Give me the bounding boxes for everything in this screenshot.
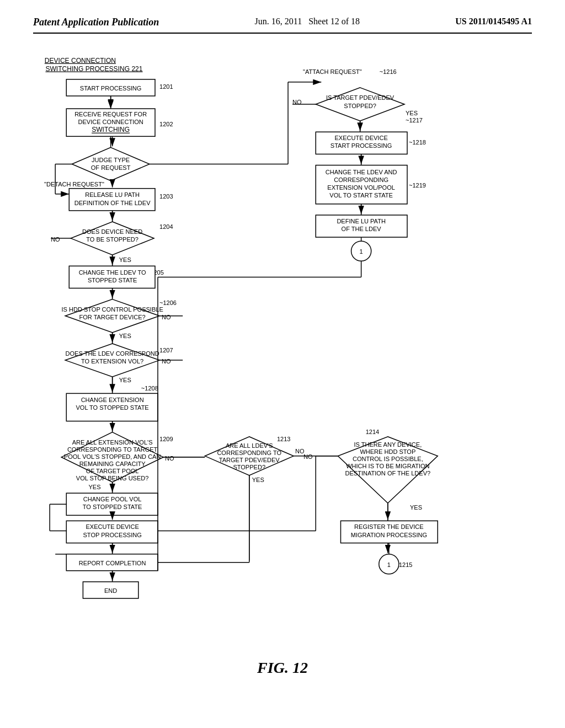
any-device-line1: IS THERE ANY DEVICE, bbox=[354, 441, 422, 448]
yes-label-allldev: YES bbox=[252, 477, 264, 483]
ref-1206: ~1206 bbox=[159, 299, 177, 306]
ldev-ext-line1: DOES THE LDEV CORRESPOND bbox=[66, 350, 159, 357]
ref-1217: ~1217 bbox=[406, 117, 423, 124]
change-pool-line1: CHANGE POOL VOL bbox=[83, 496, 142, 502]
change-ldev-ext-line3: EXTENSION VOL/POOL bbox=[327, 184, 395, 191]
change-ldev-ext-line2: CORRESPONDING bbox=[334, 176, 388, 183]
ref-1214: 1214 bbox=[366, 429, 380, 435]
target-pdev-line2: STOPPED? bbox=[344, 103, 376, 109]
ref-1215: 1215 bbox=[399, 561, 413, 568]
date-sheet: Jun. 16, 2011 Sheet 12 of 18 bbox=[255, 17, 360, 26]
yes-label-target: YES bbox=[406, 110, 418, 116]
ldev-ext-line2: TO EXTENSION VOL? bbox=[81, 358, 143, 365]
does-device-line2: TO BE STOPPED? bbox=[86, 236, 138, 243]
connector-1-label: 1 bbox=[360, 248, 363, 255]
report-completion-label: REPORT COMPLETION bbox=[79, 560, 146, 566]
connector-1b-label: 1 bbox=[387, 561, 391, 568]
all-ldev-line2: CORRESPONDING TO bbox=[217, 449, 281, 456]
yes-label-ldev: YES bbox=[119, 377, 131, 383]
ref-1204: 1204 bbox=[159, 223, 173, 230]
ref-1208: ~1208 bbox=[141, 385, 158, 392]
end-label: END bbox=[104, 587, 117, 594]
detach-request-label: "DETACH REQUEST" bbox=[44, 181, 104, 188]
ref-1209: 1209 bbox=[159, 436, 173, 442]
patent-number: US 2011/0145495 A1 bbox=[455, 17, 532, 26]
hdd-stop-line1: IS HDD STOP CONTROL POSSIBLE bbox=[61, 306, 163, 313]
all-ldev-line4: STOPPED? bbox=[233, 464, 265, 470]
define-lu-line2: OF THE LDEV bbox=[342, 226, 382, 232]
any-device-line4: WHICH IS TO BE MIGRATION bbox=[346, 463, 429, 469]
judge-type-line2: OF REQUEST bbox=[91, 164, 131, 171]
exec-device-start-line1: EXECUTE DEVICE bbox=[335, 135, 388, 141]
ref-1202: 1202 bbox=[159, 121, 173, 127]
change-ldev-line1: CHANGE THE LDEV TO bbox=[79, 269, 146, 276]
date: Jun. 16, 2011 bbox=[255, 17, 302, 26]
diagram-title: DEVICE CONNECTION bbox=[45, 57, 116, 65]
receive-request-line1: RECEIVE REQUEST FOR bbox=[74, 111, 147, 117]
change-ext-line1: CHANGE EXTENSION bbox=[81, 397, 144, 403]
ref-1216: ~1216 bbox=[380, 68, 397, 75]
all-ldev-line3: TARGET PDEV/EDEV bbox=[219, 457, 280, 463]
all-ext-line6: VOL STOP BEING USED? bbox=[76, 475, 149, 481]
target-pdev-line1: IS TARGET PDEV/EDEV bbox=[326, 94, 395, 101]
no-label-hdd: NO bbox=[162, 314, 171, 320]
all-ext-line2: CORRESPONDING TO TARGET bbox=[67, 446, 158, 453]
exec-device-stop-line1: EXECUTE DEVICE bbox=[86, 523, 139, 530]
all-ldev-line1: ARE ALL LDEV'S bbox=[226, 442, 273, 449]
change-ldev-ext-line1: CHANGE THE LDEV AND bbox=[326, 169, 397, 175]
ref-1218: ~1218 bbox=[409, 139, 426, 146]
no-label-1: NO bbox=[51, 236, 60, 243]
figure-label: FIG. 12 bbox=[33, 659, 532, 677]
yes-label-1: YES bbox=[119, 256, 131, 263]
define-lu-line1: DEFINE LU PATH bbox=[337, 218, 385, 224]
hdd-stop-line2: FOR TARGET DEVICE? bbox=[79, 314, 146, 320]
yes-label-hdd: YES bbox=[119, 333, 131, 339]
sheet: Sheet 12 of 18 bbox=[308, 17, 360, 26]
release-lu-line1: RELEASE LU PATH bbox=[85, 191, 140, 198]
does-device-line1: DOES DEVICE NEED bbox=[82, 228, 142, 235]
receive-request-line2: DEVICE CONNECTION bbox=[78, 119, 143, 125]
receive-request-line3: SWITCHING bbox=[92, 126, 130, 133]
ref-1213: 1213 bbox=[277, 436, 291, 442]
start-label: START PROCESSING bbox=[80, 85, 142, 92]
any-device-line3: CONTROL IS POSSIBLE, bbox=[353, 456, 423, 462]
any-device-line2: WHERE HDD STOP bbox=[360, 448, 415, 455]
page: Patent Application Publication Jun. 16, … bbox=[0, 0, 565, 728]
ref-1203: 1203 bbox=[159, 193, 173, 200]
diagram-subtitle: SWITCHING PROCESSING 221 bbox=[45, 65, 142, 73]
register-migration-line2: MIGRATION PROCESSING bbox=[351, 532, 427, 538]
flowchart-svg: text { font-family: Arial, sans-serif; f… bbox=[33, 45, 532, 651]
change-ldev-ext-line4: VOL TO START STATE bbox=[329, 192, 393, 199]
all-ext-line4: REMAINING CAPACITY bbox=[79, 461, 146, 467]
publication-title: Patent Application Publication bbox=[33, 17, 159, 28]
judge-type-line1: JUDGE TYPE bbox=[92, 157, 130, 163]
release-lu-line2: DEFINITION OF THE LDEV bbox=[74, 200, 151, 206]
ref-1219: ~1219 bbox=[409, 182, 426, 189]
yes-label-all-ext: YES bbox=[88, 484, 100, 490]
ref-1207: 1207 bbox=[159, 347, 173, 354]
all-ext-line5: OF TARGET POOL bbox=[86, 468, 139, 474]
exec-device-start-line2: START PROCESSING bbox=[331, 142, 392, 149]
yes-label-anydevice: YES bbox=[410, 504, 422, 511]
no-label-ldev: NO bbox=[162, 358, 171, 365]
exec-device-stop-line2: STOP PROCESSING bbox=[83, 532, 142, 538]
change-pool-line2: TO STOPPED STATE bbox=[83, 504, 142, 510]
all-ext-line1: ARE ALL EXTENSION VOL'S bbox=[72, 439, 153, 446]
attach-request-label: "ATTACH REQUEST" bbox=[303, 68, 362, 75]
register-migration-line1: REGISTER THE DEVICE bbox=[354, 523, 423, 530]
change-ext-line2: VOL TO STOPPED STATE bbox=[76, 404, 149, 411]
diagram-area: text { font-family: Arial, sans-serif; f… bbox=[33, 45, 532, 654]
all-ext-line3: POOL VOL'S STOPPED, AND CAN bbox=[64, 453, 161, 460]
change-ldev-line2: STOPPED STATE bbox=[88, 277, 137, 283]
ref-1201: 1201 bbox=[159, 83, 173, 90]
page-header: Patent Application Publication Jun. 16, … bbox=[33, 17, 532, 34]
no-label-all-ext: NO bbox=[165, 455, 174, 462]
no-label-anydevice: NO bbox=[303, 453, 313, 460]
any-device-line5: DESTINATION OF THE LDEV? bbox=[345, 470, 431, 477]
